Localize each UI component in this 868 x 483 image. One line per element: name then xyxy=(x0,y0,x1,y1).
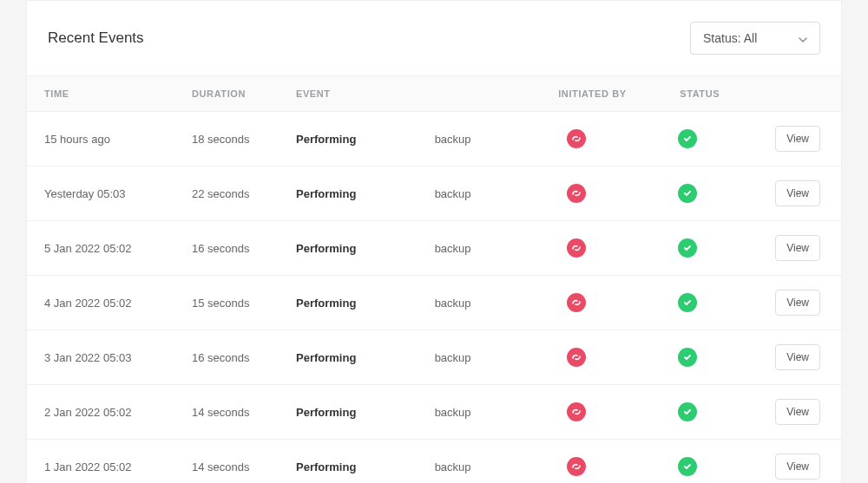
cell-action: View xyxy=(758,166,841,221)
time-text: 1 Jan 2022 05:02 xyxy=(44,460,131,473)
table-row: 3 Jan 2022 05:03 16 seconds Performing b… xyxy=(27,330,841,385)
cell-status xyxy=(662,385,758,440)
cell-initiated-by xyxy=(541,221,662,276)
status-ok-icon xyxy=(678,402,697,421)
event-suffix: backup xyxy=(435,242,471,255)
cell-status xyxy=(662,221,758,276)
cell-time: 3 Jan 2022 05:03 xyxy=(27,330,174,385)
cell-duration: 14 seconds xyxy=(174,385,279,440)
view-button[interactable]: View xyxy=(775,344,820,370)
duration-text: 14 seconds xyxy=(192,460,250,473)
status-ok-icon xyxy=(678,238,697,258)
cell-action: View xyxy=(758,112,841,166)
cell-status xyxy=(662,440,758,484)
cell-initiated-by xyxy=(541,112,662,166)
col-header-duration: DURATION xyxy=(174,76,279,112)
cell-initiated-by xyxy=(541,276,662,330)
cell-action: View xyxy=(758,440,841,484)
cell-event: Performing backup xyxy=(279,440,541,484)
time-text: Yesterday 05:03 xyxy=(44,187,125,200)
cell-duration: 14 seconds xyxy=(174,440,279,484)
event-prefix: Performing xyxy=(296,187,356,200)
cell-duration: 15 seconds xyxy=(174,276,279,330)
view-button[interactable]: View xyxy=(775,290,820,316)
view-button[interactable]: View xyxy=(775,180,820,206)
initiator-icon xyxy=(567,457,586,476)
cell-duration: 16 seconds xyxy=(174,221,279,276)
cell-status xyxy=(662,276,758,330)
status-filter-select[interactable]: Status: All xyxy=(690,22,820,55)
view-button[interactable]: View xyxy=(775,126,820,152)
event-suffix: backup xyxy=(435,460,471,473)
initiator-icon xyxy=(567,348,586,367)
cell-action: View xyxy=(758,221,841,276)
table-row: 4 Jan 2022 05:02 15 seconds Performing b… xyxy=(27,276,841,330)
view-button[interactable]: View xyxy=(775,235,820,261)
event-prefix: Performing xyxy=(296,297,356,310)
cell-event: Performing backup xyxy=(279,221,541,276)
status-ok-icon xyxy=(678,129,697,148)
event-prefix: Performing xyxy=(296,133,356,146)
event-prefix: Performing xyxy=(296,406,356,419)
event-suffix: backup xyxy=(435,133,471,146)
duration-text: 14 seconds xyxy=(192,406,250,419)
cell-action: View xyxy=(758,276,841,330)
initiator-icon xyxy=(567,402,586,421)
duration-text: 16 seconds xyxy=(192,242,250,255)
view-button[interactable]: View xyxy=(775,399,820,425)
events-table: TIME DURATION EVENT INITIATED BY STATUS … xyxy=(27,75,841,483)
cell-time: 4 Jan 2022 05:02 xyxy=(27,276,174,330)
cell-initiated-by xyxy=(541,440,662,484)
chevron-down-icon xyxy=(799,31,807,45)
recent-events-card: Recent Events Status: All TIME DURATION … xyxy=(26,0,842,483)
event-prefix: Performing xyxy=(296,351,356,364)
status-ok-icon xyxy=(678,457,697,476)
duration-text: 16 seconds xyxy=(192,351,250,364)
view-button[interactable]: View xyxy=(775,454,820,480)
time-text: 4 Jan 2022 05:02 xyxy=(44,297,131,310)
cell-time: 5 Jan 2022 05:02 xyxy=(27,221,174,276)
cell-time: 1 Jan 2022 05:02 xyxy=(27,440,174,484)
duration-text: 22 seconds xyxy=(192,187,250,200)
status-filter-label: Status: All xyxy=(703,31,757,45)
cell-time: Yesterday 05:03 xyxy=(27,166,174,221)
event-suffix: backup xyxy=(435,297,471,310)
event-prefix: Performing xyxy=(296,460,356,473)
cell-status xyxy=(662,112,758,166)
col-header-time: TIME xyxy=(27,76,174,112)
cell-event: Performing backup xyxy=(279,166,541,221)
card-header: Recent Events Status: All xyxy=(27,1,841,75)
cell-action: View xyxy=(758,330,841,385)
initiator-icon xyxy=(567,238,586,258)
cell-initiated-by xyxy=(541,385,662,440)
cell-status xyxy=(662,330,758,385)
col-header-event: EVENT xyxy=(279,76,541,112)
event-prefix: Performing xyxy=(296,242,356,255)
initiator-icon xyxy=(567,293,586,312)
duration-text: 18 seconds xyxy=(192,133,250,146)
event-suffix: backup xyxy=(435,351,471,364)
col-header-action xyxy=(758,76,841,112)
cell-duration: 18 seconds xyxy=(174,112,279,166)
table-row: 1 Jan 2022 05:02 14 seconds Performing b… xyxy=(27,440,841,484)
card-title: Recent Events xyxy=(48,29,144,47)
cell-duration: 16 seconds xyxy=(174,330,279,385)
cell-event: Performing backup xyxy=(279,385,541,440)
cell-event: Performing backup xyxy=(279,112,541,166)
cell-duration: 22 seconds xyxy=(174,166,279,221)
initiator-icon xyxy=(567,184,586,203)
table-row: 2 Jan 2022 05:02 14 seconds Performing b… xyxy=(27,385,841,440)
table-row: Yesterday 05:03 22 seconds Performing ba… xyxy=(27,166,841,221)
time-text: 5 Jan 2022 05:02 xyxy=(44,242,131,255)
table-row: 5 Jan 2022 05:02 16 seconds Performing b… xyxy=(27,221,841,276)
cell-event: Performing backup xyxy=(279,330,541,385)
event-suffix: backup xyxy=(435,406,471,419)
duration-text: 15 seconds xyxy=(192,297,250,310)
status-ok-icon xyxy=(678,184,697,203)
col-header-status: STATUS xyxy=(662,76,758,112)
cell-event: Performing backup xyxy=(279,276,541,330)
time-text: 15 hours ago xyxy=(44,133,110,146)
cell-status xyxy=(662,166,758,221)
initiator-icon xyxy=(567,129,586,148)
time-text: 3 Jan 2022 05:03 xyxy=(44,351,131,364)
